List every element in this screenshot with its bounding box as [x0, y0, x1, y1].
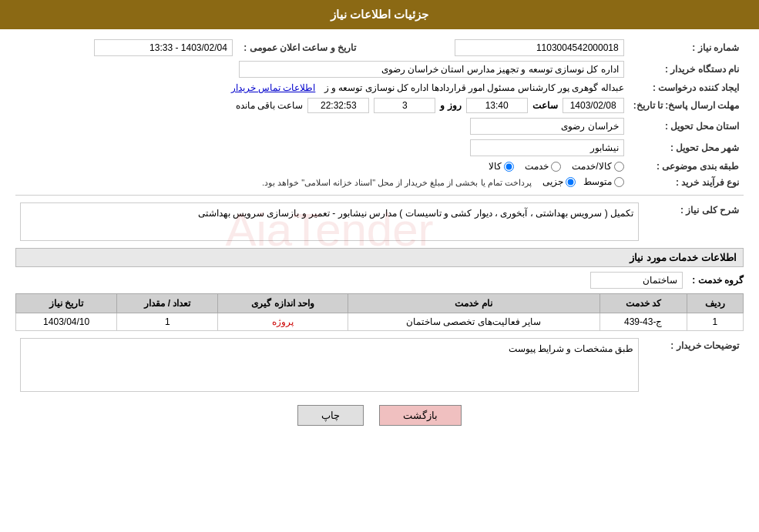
page-title: جزئیات اطلاعات نیاز: [331, 8, 428, 21]
radio-khedmat-input[interactable]: [551, 162, 561, 172]
radio-khedmat[interactable]: خدمت: [525, 161, 561, 172]
col-nam: نام خدمت: [348, 294, 599, 313]
back-button[interactable]: بازگشت: [379, 405, 462, 426]
radio-motevaset[interactable]: متوسط: [583, 176, 624, 187]
remaining-value: 22:32:53: [307, 98, 369, 113]
tarikh-value: 1403/02/04 - 13:33: [94, 39, 233, 56]
cell-nam: سایر فعالیت‌های تخصصی ساختمان: [348, 313, 599, 331]
cell-tedad: 1: [117, 313, 218, 331]
ostan-label: استان محل تحویل :: [629, 115, 744, 137]
radio-kala-khedmat[interactable]: کالا/خدمت: [572, 161, 623, 172]
table-row: 1 ج-43-439 سایر فعالیت‌های تخصصی ساختمان…: [16, 313, 744, 331]
shomareNiaz-value: 1103004542000018: [455, 39, 624, 56]
shahr-value: نیشابور: [470, 139, 624, 156]
radio-jozii[interactable]: جزیی: [542, 176, 576, 187]
cell-radif: 1: [687, 313, 743, 331]
col-tedad: تعداد / مقدار: [117, 294, 218, 313]
roz-value: 3: [374, 98, 435, 113]
col-kod: کد خدمت: [599, 294, 687, 313]
ijadKonande-value: عبداله گوهری پور کارشناس مسئول امور قرار…: [324, 82, 624, 93]
date-value: 1403/02/08: [563, 98, 624, 113]
time-value: 13:40: [466, 98, 528, 113]
groupKhadamat-value: ساختمان: [590, 272, 683, 289]
radio-jozii-input[interactable]: [566, 177, 576, 187]
shahr-label: شهر محل تحویل :: [629, 137, 744, 159]
radio-kala-input[interactable]: [504, 162, 514, 172]
groupKhadamat-label: گروه خدمت :: [692, 275, 744, 286]
khadamat-section-title: اطلاعات خدمات مورد نیاز: [15, 248, 744, 267]
namDastgah-label: نام دستگاه خریدار :: [629, 59, 744, 80]
sharhKoli-label: شرح کلی نیاز :: [643, 200, 744, 243]
shomareNiaz-label: شماره نیاز :: [629, 37, 744, 59]
remaining-label: ساعت باقی مانده: [236, 100, 304, 111]
services-table: ردیف کد خدمت نام خدمت واحد اندازه گیری ت…: [15, 293, 744, 331]
radio-jozii-label: جزیی: [542, 176, 563, 187]
radio-khedmat-label: خدمت: [525, 161, 549, 172]
noeFarayand-label: نوع فرآیند خرید :: [629, 174, 744, 190]
time-label: ساعت: [532, 100, 558, 111]
radio-motevaset-label: متوسط: [583, 176, 612, 187]
mohlatErsal-label: مهلت ارسال پاسخ: تا تاریخ:: [629, 95, 744, 115]
bottom-buttons: بازگشت چاپ: [15, 405, 744, 426]
col-vahed: واحد اندازه گیری: [218, 294, 348, 313]
col-tarikh: تاریخ نیاز: [16, 294, 117, 313]
ijadKonande-label: ایجاد کننده درخواست :: [629, 80, 744, 95]
cell-vahed[interactable]: پروژه: [218, 313, 348, 331]
tabaqe-label: طبقه بندی موضوعی :: [629, 159, 744, 174]
cell-tarikh: 1403/04/10: [16, 313, 117, 331]
namDastgah-value: اداره کل نوسازی توسعه و تجهیز مدارس استا…: [239, 61, 624, 78]
radio-kala-label: کالا: [489, 161, 502, 172]
radio-kala-khedmat-label: کالا/خدمت: [572, 161, 611, 172]
toseifat-value: طبق مشخصات و شرایط پیوست: [20, 338, 639, 392]
ostan-value: خراسان رضوی: [470, 118, 624, 135]
radio-kala-khedmat-input[interactable]: [614, 162, 624, 172]
tamas-link[interactable]: اطلاعات تماس خریدار: [231, 82, 316, 93]
page-header: جزئیات اطلاعات نیاز: [0, 0, 759, 29]
print-button[interactable]: چاپ: [297, 405, 364, 426]
toseifat-label: توضیحات خریدار :: [643, 336, 744, 394]
tarikh-label: تاریخ و ساعت اعلان عمومی :: [237, 37, 361, 59]
radio-motevaset-input[interactable]: [614, 177, 624, 187]
sharhKoli-value: تکمیل ( سرویس بهداشتی ، آبخوری ، دیوار ک…: [20, 202, 639, 241]
radio-kala[interactable]: کالا: [489, 161, 514, 172]
roz-label: روز و: [440, 100, 461, 111]
noeFarayand-note: پرداخت تمام یا بخشی از مبلغ خریدار از مح…: [262, 178, 532, 188]
col-radif: ردیف: [687, 294, 743, 313]
cell-kod: ج-43-439: [599, 313, 687, 331]
